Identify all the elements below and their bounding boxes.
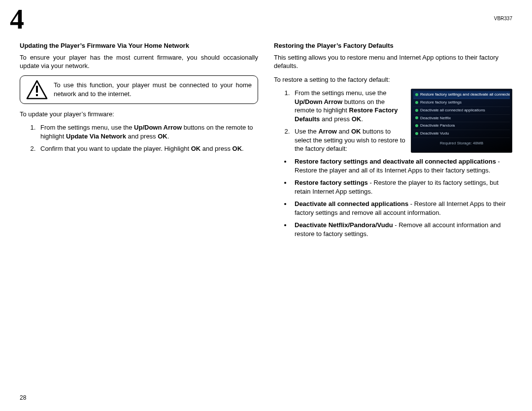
left-lead: To update your player’s firmware: <box>20 110 258 119</box>
shot-row: Deactivate all connected applications <box>413 107 510 115</box>
svg-rect-1 <box>36 94 38 96</box>
shot-row: Deactivate Pandora <box>413 122 510 130</box>
text-bold: Update Via Network <box>66 133 126 140</box>
text: . <box>361 115 363 123</box>
text-bold: Deactivate Netflix/Pandora/Vudu <box>295 221 393 229</box>
left-intro: To ensure your player has the most curre… <box>20 53 258 70</box>
text: and press <box>200 145 232 152</box>
text: and press <box>320 115 351 123</box>
svg-rect-0 <box>36 86 38 93</box>
shot-row: Restore factory settings <box>413 99 510 107</box>
shot-text: Restore factory settings <box>420 100 462 104</box>
left-step-1: From the settings menu, use the Up/Down … <box>37 123 258 140</box>
notice-text: To use this function, your player must b… <box>54 81 252 98</box>
notice-box: To use this function, your player must b… <box>20 75 258 104</box>
text-bold: Arrow <box>318 128 337 135</box>
shot-text: Restore factory settings and deactivate … <box>420 92 510 97</box>
text: Confirm that you want to update the play… <box>40 145 191 152</box>
restore-options: Restore factory settings and deactivate … <box>274 157 512 238</box>
right-column: Restoring the Player’s Factory Defaults … <box>274 41 512 242</box>
text-bold: Deactivate all connected applications <box>295 200 408 207</box>
shot-footer: Required Storage: 48MB <box>413 141 510 146</box>
text-bold: OK <box>158 133 167 140</box>
text: From the settings menu, use the <box>295 89 386 97</box>
text: . <box>242 145 244 152</box>
text-bold: Up/Down Arrow <box>134 124 182 131</box>
page-number: 28 <box>20 394 26 401</box>
left-column: Updating the Player’s Firmware Via Your … <box>20 41 258 242</box>
model-label: VBR337 <box>494 16 512 21</box>
text-bold: OK <box>351 128 361 135</box>
text-bold: Up/Down Arrow <box>295 98 342 105</box>
option-4: Deactivate Netflix/Pandora/Vudu - Remove… <box>292 221 512 238</box>
shot-text: Deactivate Netflix <box>420 116 451 120</box>
option-3: Deactivate all connected applications - … <box>292 200 512 217</box>
shot-row: Deactivate Vudu <box>413 130 510 138</box>
shot-text: Deactivate Pandora <box>420 123 455 128</box>
shot-row-selected: Restore factory settings and deactivate … <box>413 91 510 99</box>
right-heading: Restoring the Player’s Factory Defaults <box>274 41 512 50</box>
text: and press <box>126 133 158 140</box>
text-bold: Restore factory settings and deactivate … <box>295 158 496 165</box>
text: . <box>167 133 169 140</box>
warning-icon <box>26 80 48 100</box>
text-bold: OK <box>352 115 362 123</box>
shot-text: Deactivate Vudu <box>420 131 449 136</box>
left-steps: From the settings menu, use the Up/Down … <box>20 123 258 153</box>
text-bold: Restore factory settings <box>295 179 368 186</box>
left-heading: Updating the Player’s Firmware Via Your … <box>20 41 258 50</box>
text: Use the <box>295 128 318 135</box>
text-bold: OK <box>191 145 201 152</box>
chapter-number: 4 <box>10 5 24 34</box>
left-step-2: Confirm that you want to update the play… <box>37 144 258 153</box>
text-bold: OK <box>233 145 242 152</box>
shot-row: Deactivate Netflix <box>413 115 510 123</box>
right-intro: This setting allows you to restore menu … <box>274 53 512 70</box>
settings-screenshot: Restore factory settings and deactivate … <box>411 89 512 153</box>
shot-text: Deactivate all connected applications <box>420 108 485 112</box>
text: and <box>337 128 351 135</box>
right-lead: To restore a setting to the factory defa… <box>274 75 512 84</box>
option-1: Restore factory settings and deactivate … <box>292 157 512 174</box>
option-2: Restore factory settings - Restore the p… <box>292 178 512 196</box>
text: From the settings menu, use the <box>40 124 134 131</box>
